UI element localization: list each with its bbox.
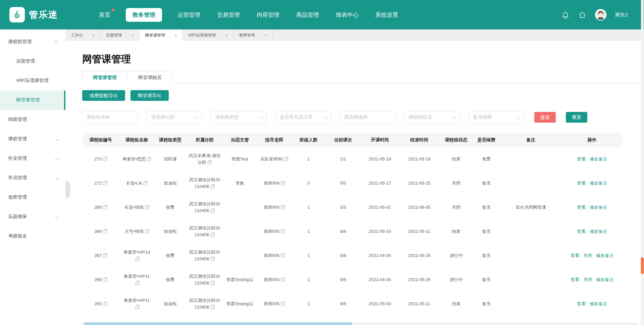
copy-icon[interactable] xyxy=(103,181,107,185)
sidebar-item-7[interactable]: 学员管理 xyxy=(0,168,65,188)
action-link-修改备注[interactable]: 修改备注 xyxy=(590,156,607,161)
search-button[interactable]: 搜索 xyxy=(534,112,556,123)
bell-icon[interactable] xyxy=(561,11,570,19)
copy-icon[interactable] xyxy=(136,305,140,309)
copy-icon[interactable] xyxy=(145,205,149,209)
copy-icon[interactable] xyxy=(281,181,285,185)
filter-input-4[interactable]: 请选择老师 xyxy=(340,111,395,124)
copy-icon[interactable] xyxy=(211,184,215,189)
brand-logo[interactable] xyxy=(9,7,25,22)
action-link-查看[interactable]: 查看 xyxy=(577,205,586,210)
copy-icon[interactable] xyxy=(208,160,212,165)
user-name[interactable]: 家长2 xyxy=(615,12,628,18)
horizontal-scrollbar[interactable] xyxy=(82,322,637,325)
copy-icon[interactable] xyxy=(281,205,285,209)
filter-select-2[interactable]: 课程组类型 xyxy=(211,111,267,124)
copy-icon[interactable] xyxy=(145,229,149,234)
copy-icon[interactable] xyxy=(281,277,285,282)
close-icon[interactable]: × xyxy=(131,33,134,38)
copy-icon[interactable] xyxy=(147,157,151,161)
copy-icon[interactable] xyxy=(281,253,285,258)
column-header-8: 开课时间 xyxy=(361,133,399,147)
copy-icon[interactable] xyxy=(136,257,140,261)
avatar[interactable] xyxy=(595,9,606,20)
action-link-查看[interactable]: 查看 xyxy=(577,181,586,186)
filter-select-6[interactable]: 是否续费 xyxy=(469,111,524,124)
tab-wangguanke-manage[interactable]: 网管课管理 xyxy=(82,71,127,83)
action-link-查看[interactable]: 查看 xyxy=(571,277,579,282)
nav-item-1[interactable]: 教务管理 xyxy=(126,8,162,22)
copy-icon[interactable] xyxy=(284,157,288,161)
action-link-修改备注[interactable]: 修改备注 xyxy=(590,205,607,210)
action-link-关闭[interactable]: 关闭 xyxy=(583,277,592,282)
filter-input-0[interactable]: 课程组名称 xyxy=(82,111,138,124)
nav-item-7[interactable]: 系统设置 xyxy=(374,8,399,22)
filter-select-5[interactable]: 课程组状态 xyxy=(404,111,460,124)
copy-icon[interactable] xyxy=(103,302,107,306)
action-link-修改备注[interactable]: 修改备注 xyxy=(596,277,613,282)
sidebar-item-8[interactable]: 老师管理 xyxy=(0,188,65,207)
open-tab-3[interactable]: VIP/乐理课管理× xyxy=(183,29,233,41)
open-tab-4[interactable]: 老师管理× xyxy=(233,29,273,41)
cell-name: 大号•强强 xyxy=(119,219,154,244)
action-link-查看[interactable]: 查看 xyxy=(577,301,586,306)
copy-icon[interactable] xyxy=(211,233,215,237)
open-tab-0[interactable]: 工作台× xyxy=(65,29,101,41)
sidebar-item-3[interactable]: 网管课管理 xyxy=(0,90,65,110)
nav-item-2[interactable]: 运营管理 xyxy=(176,8,202,22)
horizontal-scrollbar-thumb[interactable] xyxy=(84,322,352,325)
copy-icon[interactable] xyxy=(103,253,107,258)
vertical-scrollbar[interactable] xyxy=(641,0,644,325)
action-link-查看[interactable]: 查看 xyxy=(577,229,586,234)
copy-icon[interactable] xyxy=(103,229,107,234)
action-link-修改备注[interactable]: 修改备注 xyxy=(596,253,613,258)
action-link-修改备注[interactable]: 修改备注 xyxy=(590,229,607,234)
copy-icon[interactable] xyxy=(211,281,215,285)
close-icon[interactable]: × xyxy=(225,33,228,38)
nav-item-3[interactable]: 交易管理 xyxy=(216,8,241,22)
sidebar-item-0[interactable]: 课程组管理 xyxy=(0,32,65,52)
copy-icon[interactable] xyxy=(281,229,285,234)
reset-button[interactable]: 重置 xyxy=(566,112,587,123)
sidebar-item-10[interactable]: 考级报名 xyxy=(0,226,65,246)
close-icon[interactable]: × xyxy=(92,33,95,38)
action-link-关闭[interactable]: 关闭 xyxy=(583,253,592,258)
renew-remind-export-button[interactable]: 续费提醒导出 xyxy=(82,90,125,101)
action-link-查看[interactable]: 查看 xyxy=(571,253,579,258)
copy-icon[interactable] xyxy=(211,305,215,309)
wangguanke-export-button[interactable]: 网管课导出 xyxy=(130,90,169,101)
copy-icon[interactable] xyxy=(136,281,140,285)
copy-icon[interactable] xyxy=(103,205,107,209)
action-link-查看[interactable]: 查看 xyxy=(577,156,586,161)
sidebar-item-4[interactable]: 班级管理 xyxy=(0,110,65,129)
sidebar-item-9[interactable]: 乐器维保 xyxy=(0,207,65,226)
tab-wangguanke-purchase[interactable]: 网管课购买 xyxy=(127,71,173,83)
action-link-修改备注[interactable]: 修改备注 xyxy=(590,301,607,306)
open-tab-1[interactable]: 乐团管理× xyxy=(101,29,140,41)
copy-icon[interactable] xyxy=(143,181,147,185)
copy-icon[interactable] xyxy=(211,257,215,261)
nav-item-6[interactable]: 报表中心 xyxy=(334,8,360,22)
copy-icon[interactable] xyxy=(211,208,215,213)
home-icon[interactable] xyxy=(578,11,586,19)
cell-type: 收费 xyxy=(154,268,186,292)
sidebar-item-5[interactable]: 课程管理 xyxy=(0,129,65,149)
copy-icon[interactable] xyxy=(281,302,285,306)
nav-item-4[interactable]: 内容管理 xyxy=(255,8,281,22)
open-tab-2[interactable]: 网管课管理× xyxy=(140,29,183,41)
sidebar-item-6[interactable]: 作业管理 xyxy=(0,149,65,168)
sidebar-item-1[interactable]: 乐团管理 xyxy=(0,52,65,71)
copy-icon[interactable] xyxy=(103,277,107,282)
sidebar-collapse-handle[interactable]: ‹ xyxy=(65,181,70,198)
vertical-scrollbar-thumb[interactable] xyxy=(641,257,644,274)
sidebar-item-2[interactable]: VIP/乐理课管理 xyxy=(0,71,65,90)
action-link-修改备注[interactable]: 修改备注 xyxy=(590,181,607,186)
close-icon[interactable]: × xyxy=(174,33,177,38)
cell-progress: 3/3 xyxy=(325,195,361,219)
filter-select-3[interactable]: 是否有乐团主管 xyxy=(275,111,331,124)
copy-icon[interactable] xyxy=(103,157,107,161)
close-icon[interactable]: × xyxy=(264,33,267,38)
nav-item-5[interactable]: 商品管理 xyxy=(295,8,320,22)
nav-item-0[interactable]: 首页 xyxy=(98,8,112,22)
filter-select-1[interactable]: 请选择分部 xyxy=(147,111,202,124)
